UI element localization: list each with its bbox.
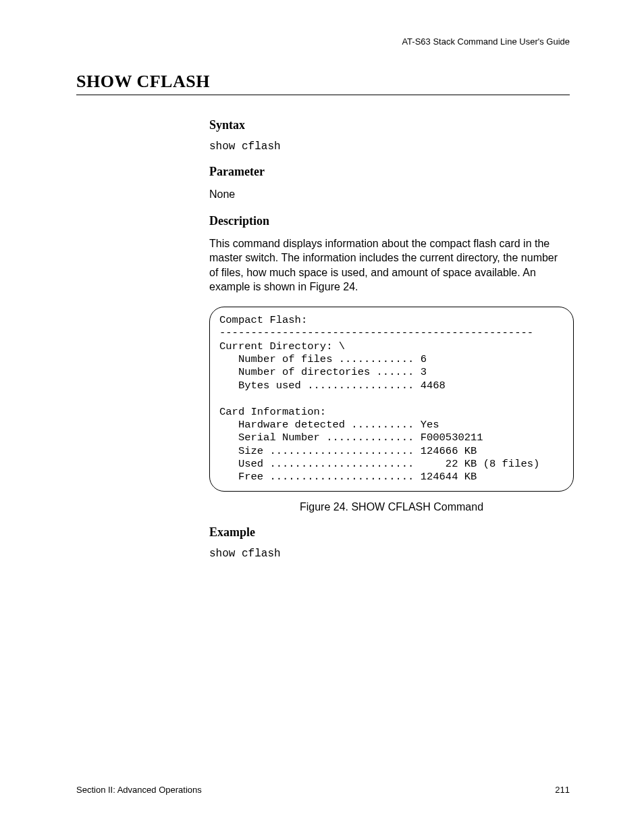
code-output-box: Compact Flash: -------------------------…: [209, 307, 574, 492]
footer-page-number: 211: [555, 785, 570, 795]
footer-section-label: Section II: Advanced Operations: [76, 785, 202, 795]
parameter-heading: Parameter: [209, 165, 568, 179]
parameter-value: None: [209, 187, 568, 202]
content-column: Syntax show cflash Parameter None Descri…: [209, 118, 568, 560]
description-heading: Description: [209, 214, 568, 228]
page: AT-S63 Stack Command Line User's Guide S…: [0, 0, 644, 834]
description-text: This command displays information about …: [209, 236, 568, 294]
code-output-text: Compact Flash: -------------------------…: [219, 314, 564, 484]
figure-caption: Figure 24. SHOW CFLASH Command: [209, 501, 574, 513]
header-guide-title: AT-S63 Stack Command Line User's Guide: [402, 36, 570, 47]
command-title: SHOW CFLASH: [76, 72, 570, 95]
example-command: show cflash: [209, 548, 568, 560]
syntax-command: show cflash: [209, 140, 568, 153]
example-heading: Example: [209, 525, 568, 540]
syntax-heading: Syntax: [209, 118, 568, 132]
